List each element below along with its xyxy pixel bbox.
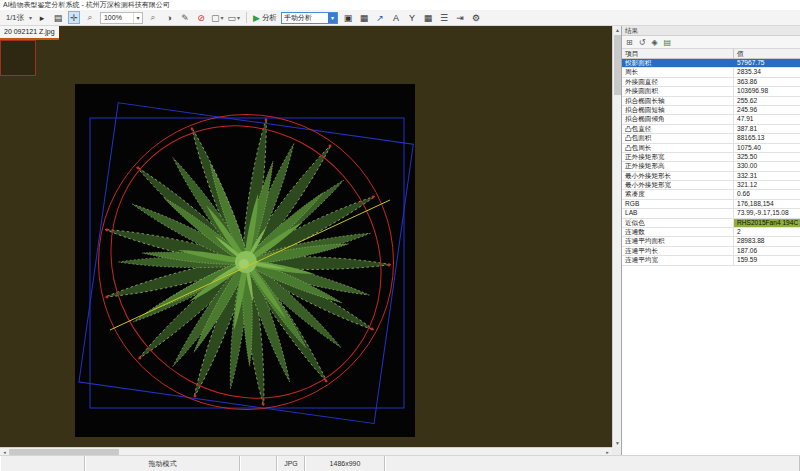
table-row[interactable]: 外接圆直径 363.86	[622, 78, 800, 87]
row-label: RGB	[622, 200, 734, 208]
canvas-vertical-scrollbar[interactable]: ▲ ▼	[612, 26, 621, 447]
settings-button[interactable]: ⚙	[470, 11, 482, 24]
document-tab[interactable]: 20 092121 Z.jpg	[0, 26, 59, 40]
page-dropdown-icon[interactable]: ▾	[29, 14, 32, 21]
plant-photo[interactable]	[75, 84, 415, 437]
table-row[interactable]: 正外接矩形宽 325.50	[622, 153, 800, 162]
mode-dropdown-icon[interactable]: ▾	[328, 13, 337, 23]
row-value: 57967.75	[734, 59, 800, 67]
pan-tool-button[interactable]: ✛	[68, 11, 80, 24]
film-icon: ▤	[54, 13, 63, 23]
export-image-button[interactable]: ▦	[358, 11, 370, 24]
column-header-name[interactable]: 项目	[622, 49, 734, 58]
row-label: 外接圆直径	[622, 78, 734, 86]
row-label: 连通平均面积	[622, 237, 734, 245]
status-bar: 拖动模式 JPG 1486x990	[0, 455, 800, 471]
analyze-label: 分析	[262, 13, 277, 23]
table-row[interactable]: 紧凑度 0.66	[622, 190, 800, 199]
zoom-dropdown-icon[interactable]: ▾	[133, 13, 142, 23]
row-value: 245.96	[734, 106, 800, 114]
zoom-level-select[interactable]: 100% ▾	[100, 12, 143, 24]
shape-tool-button[interactable]: ▭▾	[227, 11, 240, 24]
row-value: 159.59	[734, 256, 800, 264]
row-value: 176,188,154	[734, 200, 800, 208]
table-row[interactable]: 凸包面积 88165.13	[622, 134, 800, 143]
row-value: RHS2015Fan4 194C Yellow	[734, 219, 800, 227]
zoom-window-button[interactable]: ⌕	[147, 11, 159, 24]
rect-tool-button[interactable]: ▢▾	[211, 11, 224, 24]
table-row[interactable]: 连通平均面积 28983.88	[622, 237, 800, 246]
application-window: AI植物表型鉴定分析系统 - 杭州万深检测科技有限公司 1/1张 ▾ ▸ ▤ ✛…	[0, 0, 800, 471]
font-button[interactable]: A	[390, 11, 402, 24]
row-value: 2	[734, 228, 800, 236]
row-label: 拟合椭圆倾角	[622, 115, 734, 123]
exclude-button[interactable]: ⊘	[195, 11, 207, 24]
canvas-horizontal-scrollbar[interactable]: ◂ ▸	[0, 447, 612, 455]
table-row[interactable]: 投影面积 57967.75	[622, 59, 800, 68]
row-label: 正外接矩形宽	[622, 153, 734, 161]
next-image-button[interactable]: ▸	[36, 11, 48, 24]
table-row[interactable]: 正外接矩形高 330.00	[622, 162, 800, 171]
export-excel-icon[interactable]: ▤	[664, 38, 672, 47]
refresh-icon[interactable]: ↺	[639, 38, 646, 47]
rect-tool-icon: ▢	[211, 13, 220, 23]
zoom-window-icon: ⌕	[150, 12, 155, 23]
results-panel-toolbar: ⊞ ↺ ◈ ▤	[622, 36, 800, 49]
row-value: 255.62	[734, 97, 800, 105]
image-canvas[interactable]: 20 092121 Z.jpg	[0, 26, 612, 447]
image-list-button[interactable]: ▤	[52, 11, 64, 24]
vertical-scroll-thumb[interactable]	[614, 35, 621, 95]
row-value: 47.91	[734, 115, 800, 123]
table-row[interactable]: 拟合椭圆短轴 245.96	[622, 106, 800, 115]
row-label: 凸包直径	[622, 125, 734, 133]
table-row[interactable]: 连通平均宽 159.59	[622, 256, 800, 265]
column-header-value[interactable]: 值	[734, 49, 800, 58]
thumbnail-navigator[interactable]	[0, 40, 36, 76]
export-button[interactable]: ⇥	[454, 11, 466, 24]
analysis-overlay-svg	[75, 84, 415, 437]
row-label: 拟合椭圆短轴	[622, 106, 734, 114]
magnifier-button[interactable]: ⌕	[84, 11, 96, 24]
row-value: 0.66	[734, 190, 800, 198]
table-row[interactable]: RGB 176,188,154	[622, 200, 800, 209]
edit-button[interactable]: ✎	[179, 11, 191, 24]
table-row[interactable]: 连通数 2	[622, 228, 800, 237]
table-row[interactable]: 凸包直径 387.81	[622, 125, 800, 134]
table-row[interactable]: 拟合椭圆长轴 255.62	[622, 97, 800, 106]
chart-button[interactable]: ↗	[374, 11, 386, 24]
export-icon: ⇥	[456, 13, 464, 23]
font-icon: A	[393, 13, 399, 23]
table-row[interactable]: 外接圆面积 103696.98	[622, 87, 800, 96]
status-format: JPG	[277, 456, 305, 471]
results-table-header: 项目 值	[622, 49, 800, 59]
row-value: 28983.88	[734, 237, 800, 245]
main-toolbar: 1/1张 ▾ ▸ ▤ ✛ ⌕ 100% ▾ ⌕ ◑ ✎ ⊘ ▢▾ ▭▾ ▶ 分析…	[0, 10, 800, 26]
forbid-icon: ⊘	[197, 13, 205, 23]
branch-icon: Y	[409, 13, 415, 23]
fit-icon[interactable]: ⊞	[626, 38, 633, 47]
row-label: 紧凑度	[622, 190, 734, 198]
analysis-mode-select[interactable]: 手动分析 ▾	[281, 12, 338, 24]
table-row[interactable]: 拟合椭圆倾角 47.91	[622, 115, 800, 124]
rotate-button[interactable]: ◑	[163, 11, 175, 24]
status-cell-empty-3	[385, 456, 800, 471]
marker-icon[interactable]: ◈	[651, 38, 657, 47]
table-row[interactable]: 近似色 RHS2015Fan4 194C Yellow	[622, 219, 800, 228]
table-row[interactable]: 最小外接矩形长 332.31	[622, 172, 800, 181]
window-title: AI植物表型鉴定分析系统 - 杭州万深检测科技有限公司	[0, 0, 800, 10]
save-image-button[interactable]: ▣	[342, 11, 354, 24]
analyze-button[interactable]: ▶ 分析	[253, 11, 277, 24]
table-row[interactable]: LAB 73.99,-9.17,15.08	[622, 209, 800, 218]
zoom-level-value: 100%	[101, 14, 133, 21]
row-label: 近似色	[622, 219, 734, 227]
list-button[interactable]: ☰	[438, 11, 450, 24]
row-label: 最小外接矩形长	[622, 172, 734, 180]
next-icon: ▸	[40, 13, 45, 23]
table-row[interactable]: 凸包周长 1075.40	[622, 144, 800, 153]
table-row[interactable]: 连通平均长 187.06	[622, 247, 800, 256]
branch-button[interactable]: Y	[406, 11, 418, 24]
table-row[interactable]: 周长 2835.34	[622, 68, 800, 77]
grid-button[interactable]: ▦	[422, 11, 434, 24]
table-row[interactable]: 最小外接矩形宽 321.12	[622, 181, 800, 190]
row-value: 2835.34	[734, 68, 800, 76]
